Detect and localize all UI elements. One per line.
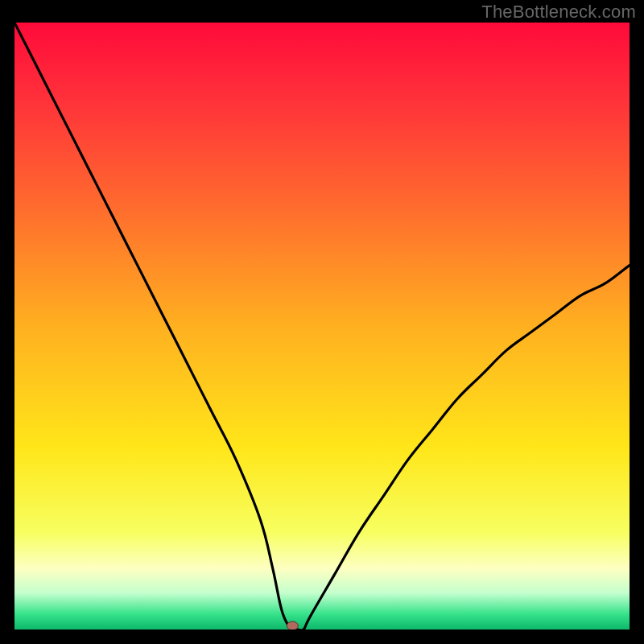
chart-frame: TheBottleneck.com <box>0 0 644 644</box>
plot-area <box>14 23 630 630</box>
optimal-point-marker <box>287 621 298 630</box>
bottleneck-chart <box>14 23 630 630</box>
watermark-text: TheBottleneck.com <box>481 2 636 23</box>
